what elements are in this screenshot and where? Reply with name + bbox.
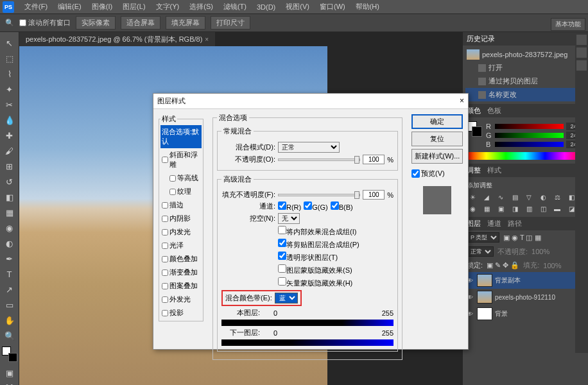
fill-opacity-slider[interactable]: [278, 194, 360, 196]
style-gradient-overlay[interactable]: 渐变叠加: [160, 266, 202, 279]
menu-layer[interactable]: 图层(L): [117, 1, 150, 13]
colorbal-icon[interactable]: ⚖: [551, 193, 563, 201]
adjustments-panel-tab[interactable]: 调整: [467, 166, 481, 175]
style-outer-glow[interactable]: 外发光: [160, 293, 202, 306]
invert-icon[interactable]: ◨: [509, 204, 521, 213]
posterize-icon[interactable]: ▥: [523, 204, 535, 213]
g-slider[interactable]: [495, 133, 564, 138]
color-panel-tab[interactable]: 颜色: [467, 106, 481, 116]
transparency-shapes-checkbox[interactable]: 透明形状图层(T): [278, 252, 338, 262]
levels-icon[interactable]: ◢: [481, 193, 492, 201]
style-bevel[interactable]: 斜面和浮雕: [160, 148, 202, 171]
layer-row[interactable]: 👁背景副本: [463, 272, 588, 289]
move-tool[interactable]: ↖: [3, 36, 17, 50]
vibrance-icon[interactable]: ▽: [523, 193, 535, 201]
history-step[interactable]: 打开: [465, 61, 585, 74]
fill-opacity-input[interactable]: [363, 190, 385, 200]
crop-tool[interactable]: ✂: [3, 98, 17, 112]
menu-image[interactable]: 图像(I): [87, 1, 117, 13]
blend-mode-dropdown[interactable]: 正常: [278, 142, 340, 153]
history-brush-tool[interactable]: ↺: [3, 175, 17, 189]
menu-view[interactable]: 视图(V): [281, 1, 315, 13]
opacity-value[interactable]: 100%: [532, 248, 549, 255]
pen-tool[interactable]: ✒: [3, 252, 17, 266]
menu-type[interactable]: 文字(Y): [151, 1, 185, 13]
style-contour[interactable]: 等高线: [160, 171, 202, 185]
panel-icon[interactable]: [576, 35, 587, 45]
channel-b-checkbox[interactable]: B(B): [331, 201, 353, 211]
color-swatch[interactable]: [467, 121, 482, 137]
blur-tool[interactable]: ◉: [3, 221, 17, 235]
fit-screen-button[interactable]: 适合屏幕: [121, 16, 160, 30]
style-color-overlay[interactable]: 颜色叠加: [160, 252, 202, 266]
eyedropper-tool[interactable]: 💧: [3, 113, 17, 127]
lasso-tool[interactable]: ⌇: [3, 67, 17, 81]
menu-3d[interactable]: 3D(D): [252, 2, 281, 12]
layers-panel-tab[interactable]: 图层: [467, 219, 481, 228]
opacity-input[interactable]: [363, 155, 385, 164]
actual-pixels-button[interactable]: 实际像素: [76, 16, 116, 30]
layer-kind-select[interactable]: P 类型: [467, 232, 499, 243]
opacity-slider[interactable]: [278, 158, 360, 161]
menu-window[interactable]: 窗口(W): [315, 1, 350, 13]
document-tab[interactable]: pexels-photo-2837572.jpeg @ 66.7% (背景副本,…: [19, 32, 215, 47]
hand-tool[interactable]: ✋: [3, 313, 17, 327]
lookup-icon[interactable]: ▣: [495, 204, 506, 213]
blend-mode-select[interactable]: 正常: [467, 246, 494, 257]
styles-panel-tab[interactable]: 样式: [487, 166, 501, 175]
history-snapshot[interactable]: pexels-photo-2837572.jpeg: [465, 48, 585, 61]
style-pattern-overlay[interactable]: 图案叠加: [160, 279, 202, 293]
fill-value[interactable]: 100%: [543, 262, 561, 270]
channel-mixer-icon[interactable]: ▦: [481, 204, 492, 213]
knockout-dropdown[interactable]: 无: [278, 213, 300, 224]
path-tool[interactable]: ↗: [3, 282, 17, 296]
new-style-button[interactable]: 新建样式(W)...: [411, 149, 463, 164]
healing-tool[interactable]: ✚: [3, 128, 17, 142]
hue-icon[interactable]: ◐: [537, 193, 549, 201]
type-tool[interactable]: T: [3, 267, 17, 281]
style-satin[interactable]: 光泽: [160, 239, 202, 252]
cancel-button[interactable]: 复位: [411, 132, 463, 146]
print-size-button[interactable]: 打印尺寸: [211, 16, 250, 30]
style-texture[interactable]: 纹理: [160, 185, 202, 198]
zoom-tool[interactable]: 🔍: [3, 329, 17, 343]
layer-mask-hides-checkbox[interactable]: 图层蒙版隐藏效果(S): [278, 264, 352, 275]
panel-icon[interactable]: [576, 60, 587, 71]
history-panel-tab[interactable]: 历史记录: [467, 34, 495, 44]
menu-filter[interactable]: 滤镜(T): [218, 1, 252, 13]
screenmode-toggle[interactable]: ⛶: [3, 381, 17, 385]
workspace-switcher[interactable]: 基本功能: [551, 18, 585, 31]
style-inner-glow[interactable]: 内发光: [160, 225, 202, 239]
blend-if-dropdown[interactable]: 蓝: [275, 293, 298, 304]
channel-g-checkbox[interactable]: G(G): [304, 201, 327, 211]
panel-icon[interactable]: [576, 47, 587, 58]
wand-tool[interactable]: ✦: [3, 82, 17, 96]
style-blending-options[interactable]: 混合选项:默认: [160, 125, 202, 148]
brush-tool[interactable]: 🖌: [3, 144, 17, 158]
exposure-icon[interactable]: ▤: [509, 193, 521, 201]
swatches-panel-tab[interactable]: 色板: [487, 106, 501, 116]
layer-row[interactable]: 👁pexels-photo-912110: [463, 289, 588, 305]
gradient-tool[interactable]: ▦: [3, 205, 17, 219]
preview-checkbox[interactable]: 预览(V): [411, 169, 463, 178]
clipped-layers-checkbox[interactable]: 将剪贴图层混合成组(P): [278, 239, 359, 250]
b-slider[interactable]: [495, 142, 564, 147]
curves-icon[interactable]: ∿: [495, 193, 506, 201]
underlying-layer-gradient[interactable]: [221, 339, 393, 346]
dodge-tool[interactable]: ◐: [3, 236, 17, 250]
quickmask-toggle[interactable]: ▣: [3, 366, 17, 380]
this-layer-gradient[interactable]: [221, 320, 393, 326]
marquee-tool[interactable]: ⬚: [3, 51, 17, 65]
menu-edit[interactable]: 编辑(E): [53, 1, 87, 13]
r-slider[interactable]: [495, 124, 564, 129]
paths-panel-tab[interactable]: 路径: [508, 219, 522, 228]
vector-mask-hides-checkbox[interactable]: 矢量蒙版隐藏效果(H): [278, 277, 352, 288]
menu-select[interactable]: 选择(S): [184, 1, 218, 13]
history-step[interactable]: 通过拷贝的图层: [465, 74, 585, 88]
close-icon[interactable]: ×: [460, 96, 464, 106]
gradmap-icon[interactable]: ▬: [551, 204, 563, 213]
channels-panel-tab[interactable]: 通道: [487, 219, 501, 228]
shape-tool[interactable]: ▭: [3, 298, 17, 312]
layer-row[interactable]: 👁背景🔒: [463, 305, 588, 322]
ok-button[interactable]: 确定: [411, 114, 463, 129]
